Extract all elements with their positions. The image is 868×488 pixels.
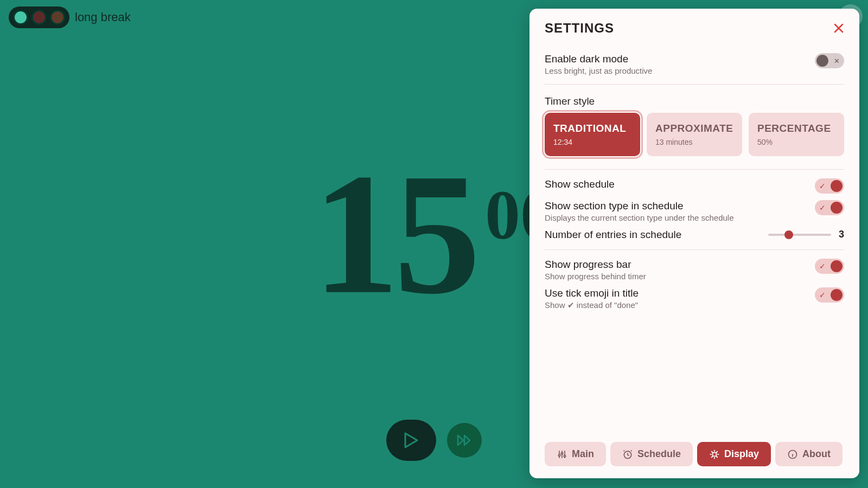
setting-num-entries: Number of entries in schedule 3 <box>545 226 844 244</box>
style-sub: 50% <box>757 138 835 146</box>
setting-tick-emoji: Use tick emoji in title Show ✔ instead o… <box>545 284 844 313</box>
style-option-percentage[interactable]: PERCENTAGE 50% <box>749 113 844 156</box>
fast-forward-icon <box>457 434 472 447</box>
show-schedule-title: Show schedule <box>545 178 815 190</box>
show-progress-toggle[interactable]: ✓ <box>815 259 844 274</box>
svg-point-1 <box>561 452 563 454</box>
show-section-type-title: Show section type in schedule <box>545 200 815 212</box>
timer-controls <box>386 420 482 461</box>
num-entries-value: 3 <box>839 229 844 240</box>
x-icon: ✕ <box>834 57 840 65</box>
timer-style-options: TRADITIONAL 12:34 APPROXIMATE 13 minutes… <box>545 113 844 156</box>
divider <box>545 84 844 85</box>
tab-label: About <box>802 448 831 460</box>
divider <box>545 169 844 170</box>
setting-show-section-type: Show section type in schedule Displays t… <box>545 197 844 226</box>
settings-header: SETTINGS <box>545 21 844 36</box>
tab-about[interactable]: About <box>775 442 843 466</box>
check-icon: ✓ <box>819 203 826 212</box>
tab-display[interactable]: Display <box>697 442 771 466</box>
style-title: APPROXIMATE <box>655 123 733 134</box>
mode-pill[interactable] <box>9 7 69 28</box>
tick-emoji-title: Use tick emoji in title <box>545 287 815 299</box>
check-icon: ✓ <box>819 262 826 271</box>
check-icon: ✓ <box>819 291 826 299</box>
style-sub: 12:34 <box>553 138 631 146</box>
info-icon <box>787 449 798 460</box>
mode-label: long break <box>75 10 131 24</box>
play-icon <box>404 432 418 448</box>
num-entries-slider[interactable] <box>768 234 831 236</box>
mode-dot-longbreak[interactable] <box>13 10 28 25</box>
setting-show-schedule: Show schedule ✓ <box>545 175 844 197</box>
display-icon <box>709 449 720 460</box>
close-button[interactable] <box>833 23 844 34</box>
divider <box>545 249 844 250</box>
style-sub: 13 minutes <box>655 138 733 146</box>
mode-dot-work[interactable] <box>31 10 47 25</box>
dark-mode-sub: Less bright, just as productive <box>545 66 815 75</box>
svg-point-0 <box>558 454 560 456</box>
num-entries-title: Number of entries in schedule <box>545 229 768 241</box>
dark-mode-toggle[interactable]: ✕ <box>815 53 844 68</box>
mode-dot-shortbreak[interactable] <box>50 10 65 25</box>
timer-minutes: 15 <box>312 169 475 299</box>
show-schedule-toggle[interactable]: ✓ <box>815 178 844 194</box>
settings-panel: SETTINGS Enable dark mode Less bright, j… <box>529 9 859 478</box>
setting-timer-style: Timer style TRADITIONAL 12:34 APPROXIMAT… <box>545 90 844 164</box>
show-section-type-sub: Displays the current section type under … <box>545 213 815 222</box>
show-progress-title: Show progress bar <box>545 259 815 271</box>
tick-emoji-sub: Show ✔ instead of "done" <box>545 300 815 310</box>
setting-dark-mode: Enable dark mode Less bright, just as pr… <box>545 50 844 79</box>
close-icon <box>833 23 844 34</box>
style-option-traditional[interactable]: TRADITIONAL 12:34 <box>545 113 640 156</box>
tab-label: Main <box>572 448 594 460</box>
svg-point-2 <box>564 455 565 457</box>
tab-schedule[interactable]: Schedule <box>610 442 693 466</box>
show-progress-sub: Show progress behind timer <box>545 272 815 281</box>
settings-title: SETTINGS <box>545 21 614 36</box>
skip-button[interactable] <box>447 423 482 458</box>
show-section-type-toggle[interactable]: ✓ <box>815 200 844 215</box>
dark-mode-title: Enable dark mode <box>545 53 815 65</box>
style-option-approximate[interactable]: APPROXIMATE 13 minutes <box>647 113 742 156</box>
timer-style-label: Timer style <box>545 95 844 107</box>
tab-main[interactable]: Main <box>545 442 606 466</box>
sliders-icon <box>557 449 567 460</box>
style-title: TRADITIONAL <box>553 123 631 134</box>
tick-emoji-toggle[interactable]: ✓ <box>815 287 844 303</box>
tab-label: Schedule <box>637 448 681 460</box>
check-icon: ✓ <box>819 182 826 190</box>
mode-indicator: long break <box>9 7 131 28</box>
slider-thumb[interactable] <box>784 230 793 239</box>
setting-show-progress: Show progress bar Show progress behind t… <box>545 255 844 284</box>
tab-label: Display <box>724 448 759 460</box>
style-title: PERCENTAGE <box>757 123 835 134</box>
settings-tabs: Main Schedule Display About <box>545 442 844 466</box>
alarm-icon <box>622 449 633 460</box>
play-button[interactable] <box>386 420 436 461</box>
svg-rect-4 <box>713 452 717 456</box>
timer-display: 15 00 <box>312 169 556 299</box>
